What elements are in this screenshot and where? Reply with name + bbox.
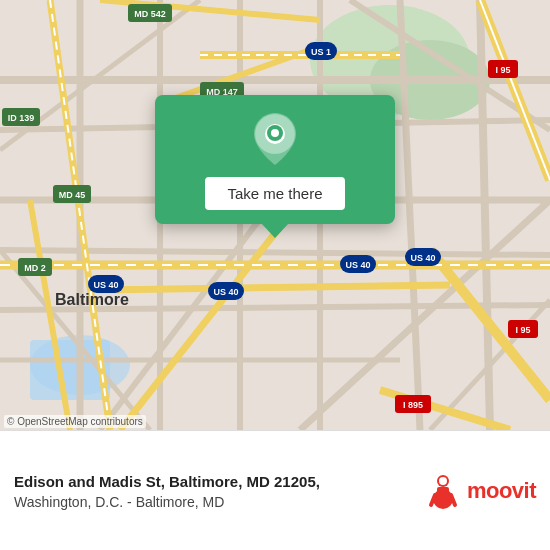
svg-text:MD 2: MD 2 bbox=[24, 263, 46, 273]
svg-text:I 95: I 95 bbox=[515, 325, 530, 335]
svg-text:US 40: US 40 bbox=[213, 287, 238, 297]
svg-point-73 bbox=[439, 477, 447, 485]
svg-point-69 bbox=[271, 129, 279, 137]
address-line2: Washington, D.C. - Baltimore, MD bbox=[14, 494, 425, 510]
svg-text:US 40: US 40 bbox=[410, 253, 435, 263]
take-me-there-button[interactable]: Take me there bbox=[205, 177, 344, 210]
svg-text:Baltimore: Baltimore bbox=[55, 291, 129, 308]
svg-text:ID 139: ID 139 bbox=[8, 113, 35, 123]
map-attribution: © OpenStreetMap contributors bbox=[4, 415, 146, 428]
svg-rect-72 bbox=[437, 487, 449, 501]
address-info: Edison and Madis St, Baltimore, MD 21205… bbox=[14, 471, 425, 510]
moovit-brand-name: moovit bbox=[467, 478, 536, 504]
svg-text:MD 542: MD 542 bbox=[134, 9, 166, 19]
svg-text:US 40: US 40 bbox=[345, 260, 370, 270]
map-container: MD 542 US 1 MD 147 MD 45 US 40 US 40 US … bbox=[0, 0, 550, 550]
svg-text:I 895: I 895 bbox=[403, 400, 423, 410]
svg-text:MD 45: MD 45 bbox=[59, 190, 86, 200]
svg-line-26 bbox=[100, 285, 450, 290]
svg-text:US 1: US 1 bbox=[311, 47, 331, 57]
bottom-info-bar: Edison and Madis St, Baltimore, MD 21205… bbox=[0, 430, 550, 550]
moovit-logo: moovit bbox=[425, 473, 536, 509]
svg-text:US 40: US 40 bbox=[93, 280, 118, 290]
svg-text:I 95: I 95 bbox=[495, 65, 510, 75]
location-pin-icon bbox=[254, 113, 296, 165]
address-line1: Edison and Madis St, Baltimore, MD 21205… bbox=[14, 471, 425, 492]
location-popup: Take me there bbox=[155, 95, 395, 224]
moovit-figure-icon bbox=[425, 473, 461, 509]
